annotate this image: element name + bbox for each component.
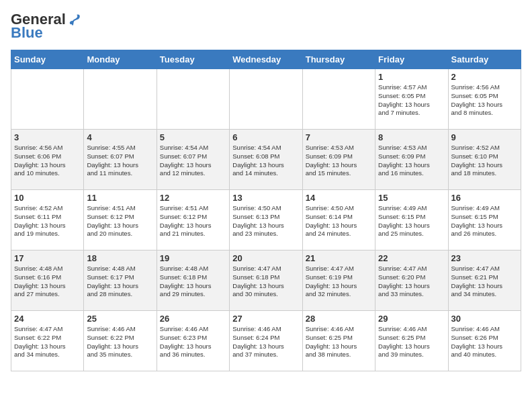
- day-number: 10: [14, 193, 81, 203]
- calendar-cell: 29Sunrise: 4:46 AM Sunset: 6:25 PM Dayli…: [375, 311, 448, 371]
- cell-daylight-info: Sunrise: 4:52 AM Sunset: 6:11 PM Dayligh…: [14, 204, 81, 238]
- calendar-day-header: Sunday: [11, 50, 84, 69]
- calendar-cell: 6Sunrise: 4:54 AM Sunset: 6:08 PM Daylig…: [230, 130, 302, 190]
- cell-daylight-info: Sunrise: 4:46 AM Sunset: 6:24 PM Dayligh…: [232, 325, 299, 359]
- cell-daylight-info: Sunrise: 4:46 AM Sunset: 6:25 PM Dayligh…: [306, 325, 372, 359]
- cell-daylight-info: Sunrise: 4:49 AM Sunset: 6:15 PM Dayligh…: [451, 204, 518, 238]
- cell-daylight-info: Sunrise: 4:54 AM Sunset: 6:08 PM Dayligh…: [232, 144, 299, 178]
- calendar-cell: [157, 69, 229, 130]
- calendar-cell: 15Sunrise: 4:49 AM Sunset: 6:15 PM Dayli…: [375, 190, 448, 250]
- day-number: 17: [14, 253, 81, 263]
- calendar-cell: 18Sunrise: 4:48 AM Sunset: 6:17 PM Dayli…: [84, 250, 157, 311]
- cell-daylight-info: Sunrise: 4:53 AM Sunset: 6:09 PM Dayligh…: [378, 144, 445, 178]
- cell-daylight-info: Sunrise: 4:52 AM Sunset: 6:10 PM Dayligh…: [451, 144, 518, 178]
- day-number: 13: [232, 193, 299, 203]
- calendar-cell: 9Sunrise: 4:52 AM Sunset: 6:10 PM Daylig…: [448, 130, 521, 190]
- day-number: 29: [378, 314, 445, 324]
- calendar-cell: 12Sunrise: 4:51 AM Sunset: 6:12 PM Dayli…: [157, 190, 229, 250]
- logo-blue-text: Blue: [11, 24, 43, 42]
- day-number: 8: [378, 132, 445, 142]
- cell-daylight-info: Sunrise: 4:48 AM Sunset: 6:17 PM Dayligh…: [87, 265, 153, 299]
- calendar-cell: 25Sunrise: 4:46 AM Sunset: 6:22 PM Dayli…: [84, 311, 157, 371]
- cell-daylight-info: Sunrise: 4:46 AM Sunset: 6:25 PM Dayligh…: [378, 325, 445, 359]
- cell-daylight-info: Sunrise: 4:50 AM Sunset: 6:13 PM Dayligh…: [232, 204, 299, 238]
- calendar-day-header: Wednesday: [230, 50, 302, 69]
- day-number: 28: [306, 314, 372, 324]
- calendar-day-header: Monday: [84, 50, 157, 69]
- cell-daylight-info: Sunrise: 4:46 AM Sunset: 6:22 PM Dayligh…: [87, 325, 153, 359]
- cell-daylight-info: Sunrise: 4:57 AM Sunset: 6:05 PM Dayligh…: [378, 83, 445, 118]
- calendar-cell: [302, 69, 375, 130]
- calendar-cell: [230, 69, 302, 130]
- calendar-cell: 11Sunrise: 4:51 AM Sunset: 6:12 PM Dayli…: [84, 190, 157, 250]
- day-number: 4: [87, 132, 153, 142]
- calendar-day-header: Thursday: [302, 50, 375, 69]
- cell-daylight-info: Sunrise: 4:49 AM Sunset: 6:15 PM Dayligh…: [378, 204, 445, 238]
- calendar-table: SundayMondayTuesdayWednesdayThursdayFrid…: [11, 50, 521, 371]
- calendar-day-header: Friday: [375, 50, 448, 69]
- logo: General Blue: [11, 11, 82, 42]
- day-number: 24: [14, 314, 81, 324]
- calendar-cell: 19Sunrise: 4:48 AM Sunset: 6:18 PM Dayli…: [157, 250, 229, 311]
- day-number: 27: [232, 314, 299, 324]
- cell-daylight-info: Sunrise: 4:47 AM Sunset: 6:20 PM Dayligh…: [378, 265, 445, 299]
- cell-daylight-info: Sunrise: 4:48 AM Sunset: 6:16 PM Dayligh…: [14, 265, 81, 299]
- calendar-cell: 8Sunrise: 4:53 AM Sunset: 6:09 PM Daylig…: [375, 130, 448, 190]
- cell-daylight-info: Sunrise: 4:47 AM Sunset: 6:18 PM Dayligh…: [232, 265, 299, 299]
- calendar-body: 1Sunrise: 4:57 AM Sunset: 6:05 PM Daylig…: [11, 69, 521, 371]
- day-number: 6: [232, 132, 299, 142]
- day-number: 23: [451, 253, 518, 263]
- day-number: 9: [451, 132, 518, 142]
- day-number: 26: [160, 314, 226, 324]
- calendar-week-row: 17Sunrise: 4:48 AM Sunset: 6:16 PM Dayli…: [11, 250, 521, 311]
- calendar-cell: 7Sunrise: 4:53 AM Sunset: 6:09 PM Daylig…: [302, 130, 375, 190]
- calendar-cell: 17Sunrise: 4:48 AM Sunset: 6:16 PM Dayli…: [11, 250, 84, 311]
- day-number: 3: [14, 132, 81, 142]
- calendar-cell: 26Sunrise: 4:46 AM Sunset: 6:23 PM Dayli…: [157, 311, 229, 371]
- calendar-week-row: 24Sunrise: 4:47 AM Sunset: 6:22 PM Dayli…: [11, 311, 521, 371]
- day-number: 5: [160, 132, 226, 142]
- day-number: 15: [378, 193, 445, 203]
- calendar-cell: 10Sunrise: 4:52 AM Sunset: 6:11 PM Dayli…: [11, 190, 84, 250]
- calendar-cell: 2Sunrise: 4:56 AM Sunset: 6:05 PM Daylig…: [448, 69, 521, 130]
- day-number: 18: [87, 253, 153, 263]
- day-number: 12: [160, 193, 226, 203]
- day-number: 16: [451, 193, 518, 203]
- day-number: 22: [378, 253, 445, 263]
- cell-daylight-info: Sunrise: 4:56 AM Sunset: 6:05 PM Dayligh…: [451, 83, 518, 118]
- day-number: 19: [160, 253, 226, 263]
- calendar-cell: 13Sunrise: 4:50 AM Sunset: 6:13 PM Dayli…: [230, 190, 302, 250]
- calendar-day-header: Tuesday: [157, 50, 229, 69]
- calendar-week-row: 1Sunrise: 4:57 AM Sunset: 6:05 PM Daylig…: [11, 69, 521, 130]
- calendar-week-row: 3Sunrise: 4:56 AM Sunset: 6:06 PM Daylig…: [11, 130, 521, 190]
- cell-daylight-info: Sunrise: 4:56 AM Sunset: 6:06 PM Dayligh…: [14, 144, 81, 178]
- day-number: 1: [378, 72, 445, 82]
- calendar-cell: 20Sunrise: 4:47 AM Sunset: 6:18 PM Dayli…: [230, 250, 302, 311]
- cell-daylight-info: Sunrise: 4:53 AM Sunset: 6:09 PM Dayligh…: [306, 144, 372, 178]
- calendar-cell: 23Sunrise: 4:47 AM Sunset: 6:21 PM Dayli…: [448, 250, 521, 311]
- cell-daylight-info: Sunrise: 4:51 AM Sunset: 6:12 PM Dayligh…: [160, 204, 226, 238]
- logo-bird-icon: [67, 12, 82, 27]
- day-number: 20: [232, 253, 299, 263]
- cell-daylight-info: Sunrise: 4:50 AM Sunset: 6:14 PM Dayligh…: [306, 204, 372, 238]
- calendar-cell: 30Sunrise: 4:46 AM Sunset: 6:26 PM Dayli…: [448, 311, 521, 371]
- cell-daylight-info: Sunrise: 4:55 AM Sunset: 6:07 PM Dayligh…: [87, 144, 153, 178]
- cell-daylight-info: Sunrise: 4:54 AM Sunset: 6:07 PM Dayligh…: [160, 144, 226, 178]
- calendar-cell: 4Sunrise: 4:55 AM Sunset: 6:07 PM Daylig…: [84, 130, 157, 190]
- calendar-cell: [84, 69, 157, 130]
- cell-daylight-info: Sunrise: 4:48 AM Sunset: 6:18 PM Dayligh…: [160, 265, 226, 299]
- calendar-cell: 21Sunrise: 4:47 AM Sunset: 6:19 PM Dayli…: [302, 250, 375, 311]
- calendar-cell: 14Sunrise: 4:50 AM Sunset: 6:14 PM Dayli…: [302, 190, 375, 250]
- day-number: 7: [306, 132, 372, 142]
- cell-daylight-info: Sunrise: 4:46 AM Sunset: 6:23 PM Dayligh…: [160, 325, 226, 359]
- day-number: 21: [306, 253, 372, 263]
- calendar-cell: 5Sunrise: 4:54 AM Sunset: 6:07 PM Daylig…: [157, 130, 229, 190]
- calendar-cell: 3Sunrise: 4:56 AM Sunset: 6:06 PM Daylig…: [11, 130, 84, 190]
- calendar-cell: 28Sunrise: 4:46 AM Sunset: 6:25 PM Dayli…: [302, 311, 375, 371]
- calendar-cell: 27Sunrise: 4:46 AM Sunset: 6:24 PM Dayli…: [230, 311, 302, 371]
- day-number: 30: [451, 314, 518, 324]
- calendar-day-header: Saturday: [448, 50, 521, 69]
- cell-daylight-info: Sunrise: 4:47 AM Sunset: 6:22 PM Dayligh…: [14, 325, 81, 359]
- day-number: 25: [87, 314, 153, 324]
- page-header: General Blue: [11, 11, 521, 42]
